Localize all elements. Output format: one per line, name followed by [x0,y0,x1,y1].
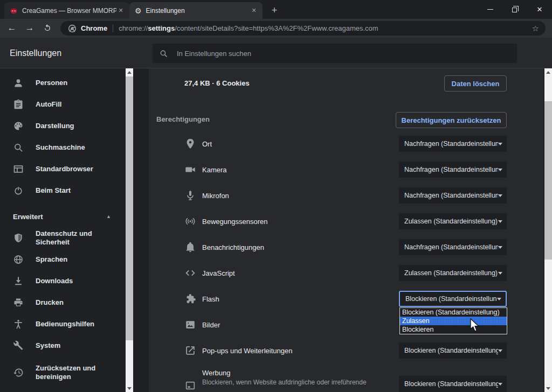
permission-select-popups[interactable]: Blockieren (Standardeinstellung) [399,342,507,359]
tab-creagames[interactable]: CreaGames — Browser MMORPG ✕ [4,2,129,19]
image-icon [184,319,196,331]
browser-window: CreaGames — Browser MMORPG ✕ ⚙ Einstellu… [0,0,552,392]
sidebar-item-downloads[interactable]: Downloads [0,270,125,292]
dropdown-arrow-icon [498,383,502,386]
bookmark-star-icon[interactable]: ☆ [532,24,539,33]
search-icon [159,49,168,58]
permission-row-javascript: JavaScript [184,260,235,286]
triangle-down-icon [127,387,132,390]
permissions-heading: Berechtigungen [156,115,210,123]
palette-icon [13,121,24,131]
permission-select-javascript[interactable]: Zulassen (Standardeinstellung) [399,265,507,281]
window-restore-button[interactable] [502,0,527,19]
reset-permissions-button[interactable]: Berechtigungen zurücksetzen [396,112,507,128]
permission-select-mikrofon[interactable]: Nachfragen (Standardeinstellung) [399,187,507,204]
triangle-down-icon [546,387,550,390]
dropdown-arrow-icon [498,349,502,352]
chevron-up-icon: ▲ [106,214,111,219]
url-text: chrome://settings/content/siteDetails?si… [119,24,532,32]
scroll-up-button[interactable] [544,68,552,76]
sidebar-item-system[interactable]: System [0,335,125,356]
dropdown-arrow-icon [497,298,501,300]
code-icon [184,267,196,279]
sidebar-item-bedienungshilfen[interactable]: Bedienungshilfen [0,313,125,335]
scroll-down-button[interactable] [544,384,552,392]
sidebar-item-datenschutz[interactable]: Datenschutz und Sicherheit [0,227,125,249]
sidebar-item-sprachen[interactable]: Sprachen [0,249,125,270]
dropdown-option-blockieren-standard[interactable]: Blockieren (Standardeinstellung) [400,308,507,317]
sidebar-item-autofill[interactable]: AutoFill [0,94,125,115]
scroll-up-button[interactable] [126,68,133,76]
sidebar-scrollbar[interactable] [126,68,133,392]
dropdown-arrow-icon [498,272,502,275]
restore-icon [512,8,517,12]
main-scrollbar-thumb[interactable] [544,101,552,260]
triangle-up-icon [546,71,550,74]
bell-icon [184,241,196,253]
flash-dropdown-menu: Blockieren (Standardeinstellung) Zulasse… [399,307,507,334]
permission-select-kamera[interactable]: Nachfragen (Standardeinstellung) [399,162,507,178]
back-button[interactable]: ← [4,20,19,36]
settings-search-box[interactable] [153,44,517,63]
sidebar-item-suchmaschine[interactable]: Suchmaschine [0,137,125,158]
permission-select-benachrichtigungen[interactable]: Nachfragen (Standardeinstellung) [399,239,507,255]
permission-select-bewegungssensoren[interactable]: Zulassen (Standardeinstellung) [399,213,507,229]
site-details-card: 27,4 KB · 6 Cookies Daten löschen Berech… [149,68,543,392]
dropdown-option-zulassen[interactable]: Zulassen [400,317,507,325]
settings-gear-icon: ⚙ [135,7,142,15]
new-tab-button[interactable]: + [267,3,281,17]
window-close-icon: ✕ [537,5,543,13]
creagames-favicon-icon [10,6,18,15]
permission-select-ort[interactable]: Nachfragen (Standardeinstellung) [399,136,507,152]
tab-close-icon[interactable]: ✕ [116,6,125,15]
address-bar[interactable]: Chrome chrome://settings/content/siteDet… [60,21,546,36]
tab-close-icon[interactable]: ✕ [250,6,258,15]
search-icon [13,142,24,153]
accessibility-icon [13,319,24,330]
puzzle-piece-icon [184,293,196,305]
sidebar-item-darstellung[interactable]: Darstellung [0,115,125,137]
permission-row-popups: Pop-ups und Weiterleitungen [184,338,292,363]
dropdown-arrow-icon [498,143,502,145]
titlebar: CreaGames — Browser MMORPG ✕ ⚙ Einstellu… [0,0,552,19]
permission-sublabel: Blockieren, wenn Website aufdringliche o… [202,379,367,386]
settings-header: Einstellungen [0,38,552,68]
download-icon [13,276,24,286]
sidebar-advanced-toggle[interactable]: Erweitert ▲ [0,209,125,224]
window-minimize-button[interactable] [478,0,502,19]
tab-title: Einstellungen [146,7,250,15]
microphone-icon [184,190,196,201]
open-in-new-icon [184,345,196,356]
permission-select-flash[interactable]: Blockieren (Standardeinstellung) [399,291,507,307]
dropdown-arrow-icon [498,169,502,171]
permission-row-flash: Flash [184,286,219,312]
window-close-button[interactable]: ✕ [527,0,552,19]
dropdown-option-blockieren[interactable]: Blockieren [400,325,507,334]
sidebar-scrollbar-thumb[interactable] [126,76,133,340]
tab-einstellungen[interactable]: ⚙ Einstellungen ✕ [129,2,263,19]
sensors-icon [184,215,196,227]
reload-icon [43,24,52,32]
window-controls: ✕ [478,0,552,19]
chrome-label: Chrome [81,24,107,32]
settings-search-input[interactable] [176,49,445,58]
sidebar-item-beim-start[interactable]: Beim Start [0,180,125,201]
sidebar-item-personen[interactable]: Personen [0,72,125,94]
power-icon [13,185,24,196]
sidebar-item-zuruecksetzen[interactable]: Zurücksetzen und bereinigen [0,356,125,389]
sidebar-item-standardbrowser[interactable]: Standardbrowser [0,158,125,180]
reload-button[interactable] [40,20,55,36]
browser-window-icon [13,164,24,174]
forward-button[interactable]: → [22,20,37,36]
permission-select-werbung[interactable]: Blockieren (Standardeinstellung) [399,376,507,392]
minimize-icon [487,9,493,10]
scroll-down-button[interactable] [126,384,133,392]
permission-row-mikrofon: Mikrofon [184,183,229,208]
page-title: Einstellungen [10,48,61,58]
chrome-logo-icon [68,24,77,33]
clear-data-button[interactable]: Daten löschen [444,75,507,92]
sidebar-item-drucken[interactable]: Drucken [0,292,125,313]
history-restore-icon [13,367,24,378]
main-scrollbar[interactable] [544,68,552,392]
permission-row-werbung: Werbung Blockieren, wenn Website aufdrin… [184,363,367,392]
